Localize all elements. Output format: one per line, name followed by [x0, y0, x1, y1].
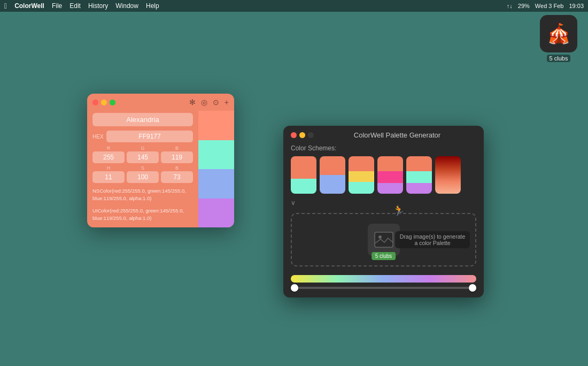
- r-input[interactable]: [92, 151, 125, 163]
- b-label: B: [175, 146, 179, 151]
- palette-close-button[interactable]: [291, 132, 297, 138]
- r-input-wrap: R: [92, 146, 125, 163]
- color-schemes-label: Color Schemes:: [283, 142, 484, 156]
- s-input[interactable]: [127, 171, 159, 183]
- network-status: ↑↓: [507, 3, 513, 9]
- palette-title: ColorWell Palette Generator: [318, 131, 476, 139]
- palette-maximize-button[interactable]: [308, 132, 314, 138]
- panel-left: Alexandria HEX FF9177 R G B: [87, 111, 198, 227]
- scheme-card-6[interactable]: [435, 156, 461, 194]
- g-input-wrap: G: [127, 146, 159, 163]
- menubar:  ColorWell File Edit History Window Hel…: [0, 0, 588, 12]
- scheme-card-4[interactable]: [377, 156, 403, 194]
- b-input[interactable]: [161, 151, 193, 163]
- g-input[interactable]: [127, 151, 159, 163]
- settings-icon[interactable]: ✻: [189, 98, 196, 106]
- drop-zone-text: Drag image(s) to generate a color Palett…: [395, 231, 470, 248]
- add-icon[interactable]: +: [225, 98, 229, 106]
- date-display: Wed 3 Feb: [535, 3, 564, 9]
- s-label: S: [141, 165, 144, 171]
- panel-titlebar: ✻ ◎ ⊙ +: [87, 94, 234, 111]
- colorwell-panel: ✻ ◎ ⊙ + Alexandria HEX FF9177 R G: [87, 94, 234, 227]
- close-button[interactable]: [92, 100, 98, 105]
- svg-point-1: [378, 235, 382, 239]
- h-input-wrap: H: [92, 165, 125, 183]
- swatch-salmon[interactable]: [198, 111, 234, 140]
- time-display: 19:03: [569, 3, 584, 9]
- chevron-row[interactable]: ∨: [283, 199, 484, 210]
- b-input-wrap: B: [161, 146, 193, 163]
- hsb-row: H S B: [92, 165, 193, 183]
- color-schemes-row: [283, 156, 484, 194]
- nscolor-code: NSColor(red:255/255.0, green:145/255.0, …: [92, 187, 193, 203]
- rgb-row: R G B: [92, 146, 193, 163]
- figure-icon: 🏃: [392, 203, 405, 217]
- menu-file[interactable]: File: [52, 2, 62, 10]
- palette-traffic-lights: [291, 132, 314, 138]
- scheme-card-1[interactable]: [291, 156, 316, 194]
- panel-icons: ✻ ◎ ⊙ +: [189, 98, 229, 106]
- apple-menu[interactable]: : [4, 2, 7, 10]
- swatch-purple[interactable]: [198, 199, 234, 228]
- swatch-cyan[interactable]: [198, 140, 234, 170]
- r-label: R: [107, 146, 111, 151]
- menu-window[interactable]: Window: [115, 2, 138, 10]
- h-label: H: [107, 165, 111, 171]
- traffic-lights: [92, 100, 115, 105]
- uicolor-code: UIColor(red:255/255.0, green:145/255.0, …: [92, 207, 193, 223]
- gradient-bar: [291, 275, 476, 283]
- chevron-down-icon: ∨: [291, 199, 296, 207]
- scheme-card-5[interactable]: [406, 156, 432, 194]
- dock-icon-image: 🎪: [540, 15, 577, 52]
- slider-thumb-right[interactable]: [469, 284, 476, 292]
- g-label: G: [141, 146, 144, 151]
- menu-history[interactable]: History: [88, 2, 108, 10]
- panel-body: Alexandria HEX FF9177 R G B: [87, 111, 234, 227]
- menubar-right: ↑↓ 29% Wed 3 Feb 19:03: [507, 3, 584, 9]
- hex-input[interactable]: FF9177: [106, 131, 193, 142]
- palette-slider-row: [283, 270, 484, 289]
- menubar-left:  ColorWell File Edit History Window Hel…: [4, 2, 159, 10]
- menu-help[interactable]: Help: [146, 2, 159, 10]
- palette-titlebar: ColorWell Palette Generator: [283, 126, 484, 142]
- h-input[interactable]: [92, 171, 125, 183]
- slider-thumb-left[interactable]: [291, 284, 298, 292]
- slider-track[interactable]: [291, 287, 476, 289]
- dock-icon-label: 5 clubs: [547, 55, 571, 62]
- eye-icon[interactable]: ◎: [201, 98, 207, 106]
- scheme-card-3[interactable]: [349, 156, 374, 194]
- palette-minimize-button[interactable]: [299, 132, 305, 138]
- app-icon-figure: 🎪: [547, 24, 571, 43]
- hex-row: HEX FF9177: [92, 131, 193, 142]
- panel-right: [198, 111, 234, 227]
- scheme-card-2[interactable]: [320, 156, 345, 194]
- maximize-button[interactable]: [110, 100, 115, 105]
- b-hsb-label: B: [175, 165, 179, 171]
- drop-badge: 5 clubs: [372, 252, 396, 260]
- s-input-wrap: S: [127, 165, 159, 183]
- palette-panel: ColorWell Palette Generator Color Scheme…: [283, 126, 484, 298]
- battery-status: 29%: [518, 3, 530, 9]
- color-name-input[interactable]: Alexandria: [92, 113, 193, 126]
- b-hsb-input[interactable]: [161, 171, 193, 183]
- info-icon[interactable]: ⊙: [213, 98, 219, 106]
- swatch-blue[interactable]: [198, 169, 234, 199]
- app-name[interactable]: ColorWell: [14, 2, 44, 10]
- minimize-button[interactable]: [101, 100, 107, 105]
- dock-icon[interactable]: 🎪 5 clubs: [540, 15, 577, 63]
- b-hsb-input-wrap: B: [161, 165, 193, 183]
- menu-edit[interactable]: Edit: [69, 2, 81, 10]
- drop-zone[interactable]: 🏃 5 clubs Drag image(s) to generate a co…: [291, 213, 476, 266]
- hex-label: HEX: [92, 134, 104, 140]
